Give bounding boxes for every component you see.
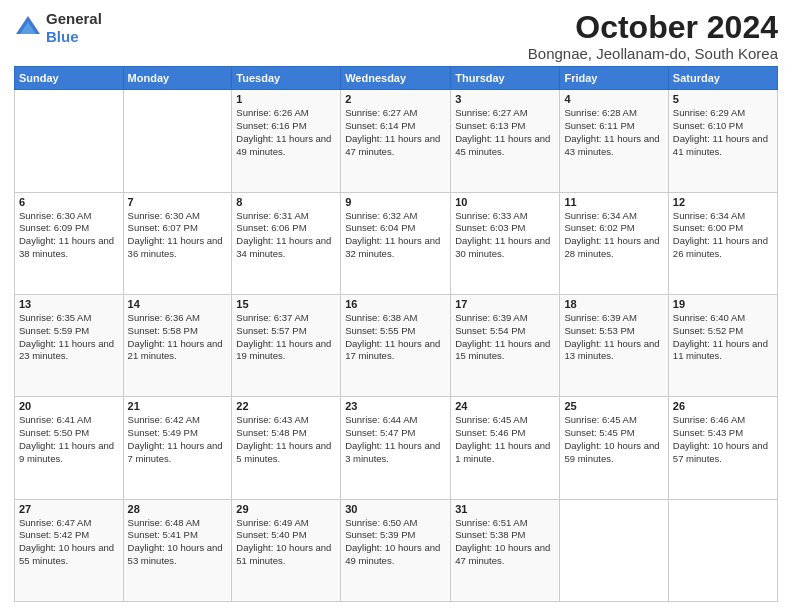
day-number: 12 bbox=[673, 196, 773, 208]
day-info: Sunrise: 6:30 AMSunset: 6:07 PMDaylight:… bbox=[128, 210, 228, 261]
day-info: Sunrise: 6:31 AMSunset: 6:06 PMDaylight:… bbox=[236, 210, 336, 261]
calendar-cell: 10Sunrise: 6:33 AMSunset: 6:03 PMDayligh… bbox=[451, 192, 560, 294]
day-info: Sunrise: 6:46 AMSunset: 5:43 PMDaylight:… bbox=[673, 414, 773, 465]
day-of-week-thursday: Thursday bbox=[451, 67, 560, 90]
day-number: 9 bbox=[345, 196, 446, 208]
calendar-cell: 27Sunrise: 6:47 AMSunset: 5:42 PMDayligh… bbox=[15, 499, 124, 601]
day-number: 8 bbox=[236, 196, 336, 208]
calendar-cell: 4Sunrise: 6:28 AMSunset: 6:11 PMDaylight… bbox=[560, 90, 668, 192]
day-info: Sunrise: 6:39 AMSunset: 5:54 PMDaylight:… bbox=[455, 312, 555, 363]
day-of-week-friday: Friday bbox=[560, 67, 668, 90]
day-info: Sunrise: 6:42 AMSunset: 5:49 PMDaylight:… bbox=[128, 414, 228, 465]
day-number: 27 bbox=[19, 503, 119, 515]
day-number: 11 bbox=[564, 196, 663, 208]
day-number: 25 bbox=[564, 400, 663, 412]
subtitle: Bongnae, Jeollanam-do, South Korea bbox=[528, 45, 778, 62]
day-info: Sunrise: 6:43 AMSunset: 5:48 PMDaylight:… bbox=[236, 414, 336, 465]
day-info: Sunrise: 6:29 AMSunset: 6:10 PMDaylight:… bbox=[673, 107, 773, 158]
week-row-4: 20Sunrise: 6:41 AMSunset: 5:50 PMDayligh… bbox=[15, 397, 778, 499]
day-number: 4 bbox=[564, 93, 663, 105]
day-number: 13 bbox=[19, 298, 119, 310]
day-info: Sunrise: 6:45 AMSunset: 5:46 PMDaylight:… bbox=[455, 414, 555, 465]
calendar-cell: 26Sunrise: 6:46 AMSunset: 5:43 PMDayligh… bbox=[668, 397, 777, 499]
day-number: 20 bbox=[19, 400, 119, 412]
day-info: Sunrise: 6:39 AMSunset: 5:53 PMDaylight:… bbox=[564, 312, 663, 363]
day-info: Sunrise: 6:27 AMSunset: 6:13 PMDaylight:… bbox=[455, 107, 555, 158]
week-row-3: 13Sunrise: 6:35 AMSunset: 5:59 PMDayligh… bbox=[15, 294, 778, 396]
calendar-cell: 17Sunrise: 6:39 AMSunset: 5:54 PMDayligh… bbox=[451, 294, 560, 396]
calendar-cell: 13Sunrise: 6:35 AMSunset: 5:59 PMDayligh… bbox=[15, 294, 124, 396]
day-info: Sunrise: 6:32 AMSunset: 6:04 PMDaylight:… bbox=[345, 210, 446, 261]
calendar-cell: 2Sunrise: 6:27 AMSunset: 6:14 PMDaylight… bbox=[341, 90, 451, 192]
logo-blue: Blue bbox=[46, 28, 79, 45]
calendar-cell: 14Sunrise: 6:36 AMSunset: 5:58 PMDayligh… bbox=[123, 294, 232, 396]
calendar-body: 1Sunrise: 6:26 AMSunset: 6:16 PMDaylight… bbox=[15, 90, 778, 602]
calendar-cell: 24Sunrise: 6:45 AMSunset: 5:46 PMDayligh… bbox=[451, 397, 560, 499]
day-of-week-monday: Monday bbox=[123, 67, 232, 90]
calendar-cell: 12Sunrise: 6:34 AMSunset: 6:00 PMDayligh… bbox=[668, 192, 777, 294]
day-number: 29 bbox=[236, 503, 336, 515]
calendar-cell: 20Sunrise: 6:41 AMSunset: 5:50 PMDayligh… bbox=[15, 397, 124, 499]
title-block: October 2024 Bongnae, Jeollanam-do, Sout… bbox=[528, 10, 778, 62]
day-info: Sunrise: 6:50 AMSunset: 5:39 PMDaylight:… bbox=[345, 517, 446, 568]
day-number: 3 bbox=[455, 93, 555, 105]
calendar-cell: 16Sunrise: 6:38 AMSunset: 5:55 PMDayligh… bbox=[341, 294, 451, 396]
day-info: Sunrise: 6:37 AMSunset: 5:57 PMDaylight:… bbox=[236, 312, 336, 363]
calendar-cell: 30Sunrise: 6:50 AMSunset: 5:39 PMDayligh… bbox=[341, 499, 451, 601]
calendar-cell: 29Sunrise: 6:49 AMSunset: 5:40 PMDayligh… bbox=[232, 499, 341, 601]
day-number: 31 bbox=[455, 503, 555, 515]
calendar-cell: 5Sunrise: 6:29 AMSunset: 6:10 PMDaylight… bbox=[668, 90, 777, 192]
calendar-cell: 31Sunrise: 6:51 AMSunset: 5:38 PMDayligh… bbox=[451, 499, 560, 601]
calendar-cell: 11Sunrise: 6:34 AMSunset: 6:02 PMDayligh… bbox=[560, 192, 668, 294]
calendar-cell bbox=[560, 499, 668, 601]
day-info: Sunrise: 6:45 AMSunset: 5:45 PMDaylight:… bbox=[564, 414, 663, 465]
day-info: Sunrise: 6:38 AMSunset: 5:55 PMDaylight:… bbox=[345, 312, 446, 363]
day-number: 2 bbox=[345, 93, 446, 105]
week-row-2: 6Sunrise: 6:30 AMSunset: 6:09 PMDaylight… bbox=[15, 192, 778, 294]
day-number: 14 bbox=[128, 298, 228, 310]
days-of-week-row: SundayMondayTuesdayWednesdayThursdayFrid… bbox=[15, 67, 778, 90]
calendar-cell: 25Sunrise: 6:45 AMSunset: 5:45 PMDayligh… bbox=[560, 397, 668, 499]
day-number: 1 bbox=[236, 93, 336, 105]
calendar: SundayMondayTuesdayWednesdayThursdayFrid… bbox=[14, 66, 778, 602]
calendar-cell: 6Sunrise: 6:30 AMSunset: 6:09 PMDaylight… bbox=[15, 192, 124, 294]
logo-text: General Blue bbox=[46, 10, 102, 46]
day-info: Sunrise: 6:34 AMSunset: 6:02 PMDaylight:… bbox=[564, 210, 663, 261]
day-info: Sunrise: 6:44 AMSunset: 5:47 PMDaylight:… bbox=[345, 414, 446, 465]
day-number: 21 bbox=[128, 400, 228, 412]
day-number: 30 bbox=[345, 503, 446, 515]
calendar-cell: 9Sunrise: 6:32 AMSunset: 6:04 PMDaylight… bbox=[341, 192, 451, 294]
page: General Blue October 2024 Bongnae, Jeoll… bbox=[0, 0, 792, 612]
week-row-5: 27Sunrise: 6:47 AMSunset: 5:42 PMDayligh… bbox=[15, 499, 778, 601]
calendar-cell bbox=[668, 499, 777, 601]
calendar-cell: 22Sunrise: 6:43 AMSunset: 5:48 PMDayligh… bbox=[232, 397, 341, 499]
calendar-cell: 19Sunrise: 6:40 AMSunset: 5:52 PMDayligh… bbox=[668, 294, 777, 396]
calendar-cell: 3Sunrise: 6:27 AMSunset: 6:13 PMDaylight… bbox=[451, 90, 560, 192]
day-number: 19 bbox=[673, 298, 773, 310]
day-info: Sunrise: 6:35 AMSunset: 5:59 PMDaylight:… bbox=[19, 312, 119, 363]
calendar-cell bbox=[15, 90, 124, 192]
calendar-cell: 15Sunrise: 6:37 AMSunset: 5:57 PMDayligh… bbox=[232, 294, 341, 396]
day-info: Sunrise: 6:51 AMSunset: 5:38 PMDaylight:… bbox=[455, 517, 555, 568]
day-info: Sunrise: 6:28 AMSunset: 6:11 PMDaylight:… bbox=[564, 107, 663, 158]
day-number: 15 bbox=[236, 298, 336, 310]
day-info: Sunrise: 6:26 AMSunset: 6:16 PMDaylight:… bbox=[236, 107, 336, 158]
day-number: 16 bbox=[345, 298, 446, 310]
day-number: 6 bbox=[19, 196, 119, 208]
day-info: Sunrise: 6:49 AMSunset: 5:40 PMDaylight:… bbox=[236, 517, 336, 568]
day-number: 18 bbox=[564, 298, 663, 310]
day-info: Sunrise: 6:34 AMSunset: 6:00 PMDaylight:… bbox=[673, 210, 773, 261]
day-info: Sunrise: 6:30 AMSunset: 6:09 PMDaylight:… bbox=[19, 210, 119, 261]
day-info: Sunrise: 6:27 AMSunset: 6:14 PMDaylight:… bbox=[345, 107, 446, 158]
day-number: 5 bbox=[673, 93, 773, 105]
day-info: Sunrise: 6:41 AMSunset: 5:50 PMDaylight:… bbox=[19, 414, 119, 465]
header: General Blue October 2024 Bongnae, Jeoll… bbox=[14, 10, 778, 62]
day-number: 24 bbox=[455, 400, 555, 412]
day-info: Sunrise: 6:40 AMSunset: 5:52 PMDaylight:… bbox=[673, 312, 773, 363]
day-of-week-tuesday: Tuesday bbox=[232, 67, 341, 90]
calendar-cell: 1Sunrise: 6:26 AMSunset: 6:16 PMDaylight… bbox=[232, 90, 341, 192]
day-number: 7 bbox=[128, 196, 228, 208]
calendar-cell bbox=[123, 90, 232, 192]
logo: General Blue bbox=[14, 10, 102, 46]
day-number: 17 bbox=[455, 298, 555, 310]
